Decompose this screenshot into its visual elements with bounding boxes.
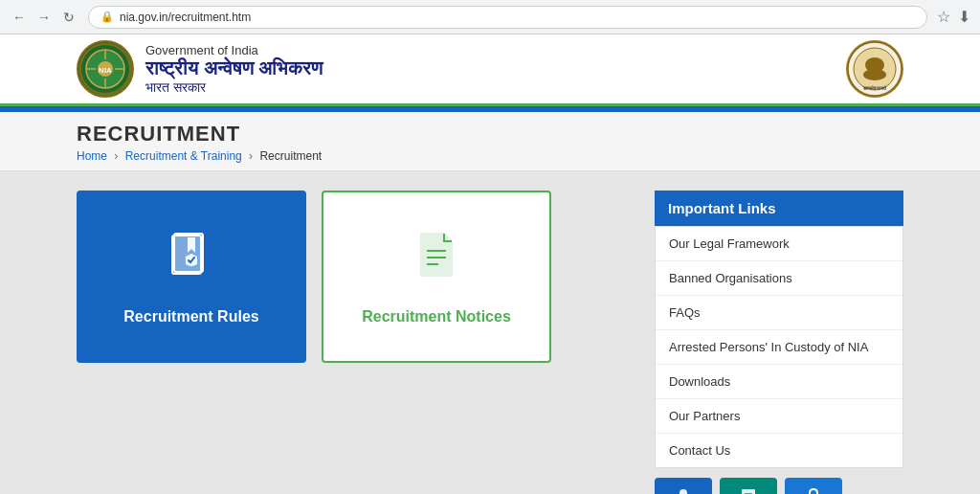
hindi-subtitle: भारत सरकार <box>145 79 323 96</box>
svg-point-11 <box>863 69 886 80</box>
website: NIA Government of India राष्ट्रीय अन्वेष… <box>0 34 980 494</box>
national-emblem: सत्यमेव जयते <box>846 40 903 98</box>
nia-logo-svg: NIA <box>78 42 132 96</box>
sidebar-link-contact-us[interactable]: Contact Us <box>656 434 902 467</box>
sidebar: Important Links Our Legal Framework Bann… <box>655 191 903 494</box>
download-icon[interactable]: ⬇ <box>958 8 970 26</box>
book-svg <box>165 228 218 281</box>
bottom-icon-3[interactable] <box>785 478 842 494</box>
forward-button[interactable]: → <box>34 8 54 27</box>
emblem-svg: सत्यमेव जयते <box>846 40 903 98</box>
doc-svg <box>410 228 463 281</box>
breadcrumb-current: Recruitment <box>259 149 322 163</box>
back-button[interactable]: ← <box>10 8 29 27</box>
breadcrumb-sep-1: › <box>114 149 118 163</box>
cards-area: Recruitment Rules Recruitment Notices <box>77 191 635 494</box>
person-icon <box>672 485 695 494</box>
svg-text:सत्यमेव जयते: सत्यमेव जयते <box>862 85 887 91</box>
sidebar-link-arrested-persons[interactable]: Arrested Persons' In Custody of NIA <box>656 330 902 365</box>
reload-button[interactable]: ↻ <box>59 8 78 27</box>
recruitment-rules-label: Recruitment Rules <box>123 308 258 326</box>
browser-nav-buttons: ← → ↻ <box>10 8 78 27</box>
sidebar-header: Important Links <box>655 191 903 226</box>
sidebar-link-banned-organisations[interactable]: Banned Organisations <box>656 261 902 296</box>
clipboard-icon <box>737 485 760 494</box>
breadcrumb-section[interactable]: Recruitment & Training <box>125 149 242 163</box>
gov-title: Government of India <box>145 43 323 57</box>
sidebar-link-legal-framework[interactable]: Our Legal Framework <box>656 227 902 261</box>
svg-rect-14 <box>172 236 201 274</box>
header-text: Government of India राष्ट्रीय अन्वेषण अभ… <box>145 43 323 96</box>
lock-icon <box>802 485 825 494</box>
svg-text:NIA: NIA <box>99 66 112 75</box>
recruitment-rules-card[interactable]: Recruitment Rules <box>77 191 306 363</box>
recruitment-rules-icon <box>165 228 218 293</box>
sidebar-link-faqs[interactable]: FAQs <box>656 296 902 330</box>
recruitment-notices-card[interactable]: Recruitment Notices <box>322 191 551 363</box>
sidebar-link-our-partners[interactable]: Our Partners <box>656 399 902 434</box>
bottom-icon-2[interactable] <box>720 478 777 494</box>
svg-point-20 <box>679 489 687 494</box>
breadcrumb: Home › Recruitment & Training › Recruitm… <box>77 149 903 163</box>
browser-icons: ☆ ⬇ <box>937 8 970 26</box>
breadcrumb-home[interactable]: Home <box>77 149 107 163</box>
browser-chrome: ← → ↻ 🔒 nia.gov.in/recruitment.htm ☆ ⬇ <box>0 0 980 34</box>
bookmark-icon[interactable]: ☆ <box>937 8 950 26</box>
sidebar-link-downloads[interactable]: Downloads <box>656 365 902 399</box>
page-title: RECRUITMENT <box>77 122 903 146</box>
bottom-icons <box>655 478 903 494</box>
recruitment-notices-label: Recruitment Notices <box>362 308 511 326</box>
header-left: NIA Government of India राष्ट्रीय अन्वेष… <box>77 40 323 98</box>
sidebar-links: Our Legal Framework Banned Organisations… <box>655 226 903 468</box>
page-title-section: RECRUITMENT Home › Recruitment & Trainin… <box>0 112 980 171</box>
breadcrumb-sep-2: › <box>249 149 253 163</box>
address-bar[interactable]: 🔒 nia.gov.in/recruitment.htm <box>88 6 927 29</box>
main-content: Recruitment Rules Recruitment Notices <box>0 171 980 494</box>
nia-logo: NIA <box>77 40 134 98</box>
site-header: NIA Government of India राष्ट्रीय अन्वेष… <box>0 34 980 106</box>
hindi-title: राष्ट्रीय अन्वेषण अभिकरण <box>145 57 323 79</box>
recruitment-notices-icon <box>410 228 463 293</box>
bottom-icon-1[interactable] <box>655 478 712 494</box>
url-text: nia.gov.in/recruitment.htm <box>120 11 251 24</box>
